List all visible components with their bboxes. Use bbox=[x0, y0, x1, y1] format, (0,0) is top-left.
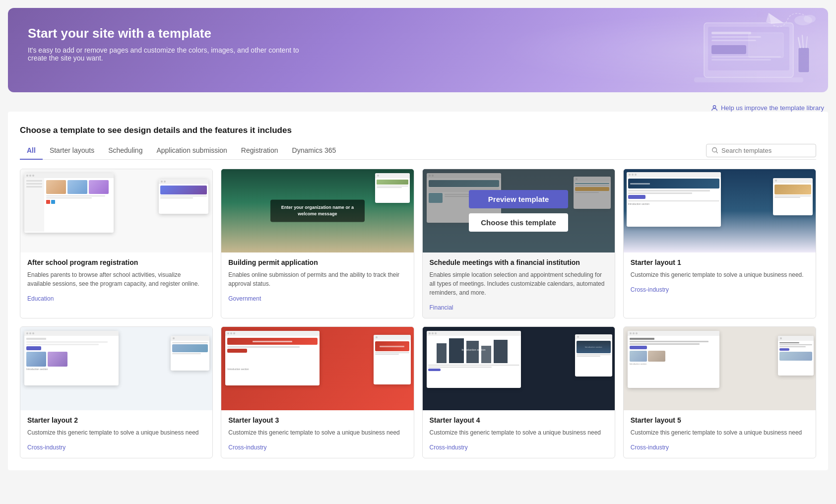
card-desc-starter3: Customize this generic template to solve… bbox=[228, 428, 406, 437]
template-card-schedule[interactable]: Preview template Choose this template Sc… bbox=[422, 169, 615, 318]
mini-browser-s1-main: Introduction section bbox=[627, 172, 721, 227]
card-preview-starter2: Introduction section bbox=[20, 327, 212, 410]
svg-rect-9 bbox=[694, 77, 803, 82]
card-title-starter2: Starter layout 2 bbox=[27, 416, 205, 424]
card-desc-starter5: Customize this generic template to solve… bbox=[631, 428, 809, 437]
template-card-starter2[interactable]: Introduction section Starter layout 2 bbox=[20, 326, 213, 458]
card-tag-building[interactable]: Government bbox=[228, 295, 261, 302]
card-desc-after-school: Enables parents to browse after school a… bbox=[27, 270, 205, 288]
card-overlay: Preview template Choose this template bbox=[423, 169, 615, 252]
card-title-building: Building permit application bbox=[228, 258, 406, 266]
card-body-after-school: After school program registration Enable… bbox=[20, 252, 212, 309]
card-desc-starter1: Customize this generic template to solve… bbox=[631, 270, 809, 279]
card-body-building: Building permit application Enables onli… bbox=[221, 252, 413, 309]
person-icon bbox=[711, 105, 718, 112]
card-body-starter1: Starter layout 1 Customize this generic … bbox=[624, 252, 816, 300]
svg-point-17 bbox=[804, 15, 816, 23]
template-card-starter3[interactable]: Introduction section bbox=[221, 326, 414, 458]
svg-rect-21 bbox=[437, 343, 447, 363]
mini-browser-s1-side bbox=[773, 178, 813, 215]
tab-scheduling[interactable]: Scheduling bbox=[101, 141, 149, 159]
mini-ui-after-school bbox=[20, 169, 212, 252]
card-title-starter3: Starter layout 3 bbox=[228, 416, 406, 424]
svg-rect-7 bbox=[711, 59, 771, 61]
main-content: Choose a template to see design details … bbox=[8, 112, 828, 470]
svg-rect-25 bbox=[494, 340, 508, 363]
card-body-starter3: Starter layout 3 Customize this generic … bbox=[221, 410, 413, 458]
card-tag-starter3[interactable]: Cross-industry bbox=[228, 444, 266, 451]
template-card-starter1[interactable]: Introduction section Starter layout 1 bbox=[623, 169, 816, 318]
template-card-after-school[interactable]: After school program registration Enable… bbox=[20, 169, 213, 318]
tab-all[interactable]: All bbox=[20, 141, 43, 159]
svg-line-20 bbox=[716, 152, 718, 153]
mini-browser-s5-main: Introduction section bbox=[628, 331, 719, 388]
card-tag-starter4[interactable]: Cross-industry bbox=[430, 444, 468, 451]
card-preview-starter5: Introduction section bbox=[624, 327, 816, 410]
mini-browser-s3-main: Introduction section bbox=[225, 331, 320, 385]
card-tag-starter1[interactable]: Cross-industry bbox=[631, 286, 669, 293]
card-desc-starter2: Customize this generic template to solve… bbox=[27, 428, 205, 437]
card-title-schedule: Schedule meetings with a financial insti… bbox=[430, 258, 608, 266]
card-title-starter4: Starter layout 4 bbox=[430, 416, 608, 424]
hero-banner: Start your site with a template It's eas… bbox=[8, 8, 828, 92]
search-box[interactable] bbox=[706, 144, 816, 157]
card-tag-after-school[interactable]: Education bbox=[27, 295, 54, 302]
mini-ui-starter2: Introduction section bbox=[20, 327, 212, 410]
card-body-starter2: Starter layout 2 Customize this generic … bbox=[20, 410, 212, 458]
card-tag-schedule[interactable]: Financial bbox=[430, 304, 453, 311]
card-title-after-school: After school program registration bbox=[27, 258, 205, 266]
card-preview-building: Enter your organization name or a welcom… bbox=[221, 169, 413, 252]
search-input[interactable] bbox=[721, 147, 811, 154]
card-preview-starter3: Introduction section bbox=[221, 327, 413, 410]
card-preview-schedule: Preview template Choose this template bbox=[423, 169, 615, 252]
svg-point-18 bbox=[713, 105, 715, 108]
choose-template-button[interactable]: Choose this template bbox=[469, 213, 568, 232]
welcome-text: Enter your organization name or a welcom… bbox=[277, 204, 358, 217]
mini-ui-starter1: Introduction section bbox=[624, 169, 816, 252]
tab-starter[interactable]: Starter layouts bbox=[43, 141, 101, 159]
section-title: Choose a template to see design details … bbox=[20, 117, 816, 141]
tab-dynamics[interactable]: Dynamics 365 bbox=[285, 141, 343, 159]
mini-browser-s4-main: Introduction section bbox=[427, 331, 521, 388]
tab-application[interactable]: Application submission bbox=[149, 141, 234, 159]
card-desc-building: Enables online submission of permits and… bbox=[228, 270, 406, 288]
card-tag-starter5[interactable]: Cross-industry bbox=[631, 444, 669, 451]
card-preview-after-school bbox=[20, 169, 212, 252]
mini-browser-s3-side bbox=[374, 335, 411, 384]
mini-ui-starter5: Introduction section bbox=[624, 327, 816, 410]
template-card-starter5[interactable]: Introduction section bbox=[623, 326, 816, 458]
search-area bbox=[706, 144, 816, 157]
mini-ui-building: Enter your organization name or a welcom… bbox=[221, 169, 413, 252]
card-body-starter5: Starter layout 5 Customize this generic … bbox=[624, 410, 816, 458]
tab-registration[interactable]: Registration bbox=[234, 141, 285, 159]
tabs-bar: All Starter layouts Scheduling Applicati… bbox=[20, 141, 816, 160]
help-link-bar: Help us improve the template library bbox=[0, 100, 836, 112]
search-icon bbox=[711, 147, 718, 154]
card-preview-starter1: Introduction section bbox=[624, 169, 816, 252]
preview-template-button[interactable]: Preview template bbox=[469, 190, 568, 208]
mini-browser-s4-side: Introduction section bbox=[575, 334, 612, 377]
card-title-starter5: Starter layout 5 bbox=[631, 416, 809, 424]
mini-ui-starter3: Introduction section bbox=[221, 327, 413, 410]
svg-rect-10 bbox=[798, 48, 809, 72]
mini-browser-s2-main: Introduction section bbox=[24, 331, 119, 385]
card-tag-starter2[interactable]: Cross-industry bbox=[27, 444, 65, 451]
hero-title: Start your site with a template bbox=[28, 26, 808, 41]
card-body-starter4: Starter layout 4 Customize this generic … bbox=[423, 410, 615, 458]
template-card-starter4[interactable]: Introduction section bbox=[422, 326, 615, 458]
mini-browser-building-side bbox=[375, 173, 410, 203]
svg-marker-14 bbox=[769, 13, 783, 24]
card-desc-schedule: Enables simple location selection and ap… bbox=[430, 270, 608, 297]
card-body-schedule: Schedule meetings with a financial insti… bbox=[423, 252, 615, 318]
mini-browser-s5-side bbox=[778, 336, 814, 376]
mini-browser-s2-side bbox=[171, 336, 209, 371]
template-grid: After school program registration Enable… bbox=[20, 169, 816, 458]
mini-browser-main bbox=[24, 173, 114, 233]
card-desc-starter4: Customize this generic template to solve… bbox=[430, 428, 608, 437]
hero-illustration bbox=[630, 8, 818, 92]
hero-subtitle: It's easy to add or remove pages and cus… bbox=[28, 46, 306, 62]
help-link[interactable]: Help us improve the template library bbox=[721, 104, 824, 112]
template-card-building[interactable]: Enter your organization name or a welcom… bbox=[221, 169, 414, 318]
card-title-starter1: Starter layout 1 bbox=[631, 258, 809, 266]
mini-browser-side bbox=[159, 179, 208, 214]
